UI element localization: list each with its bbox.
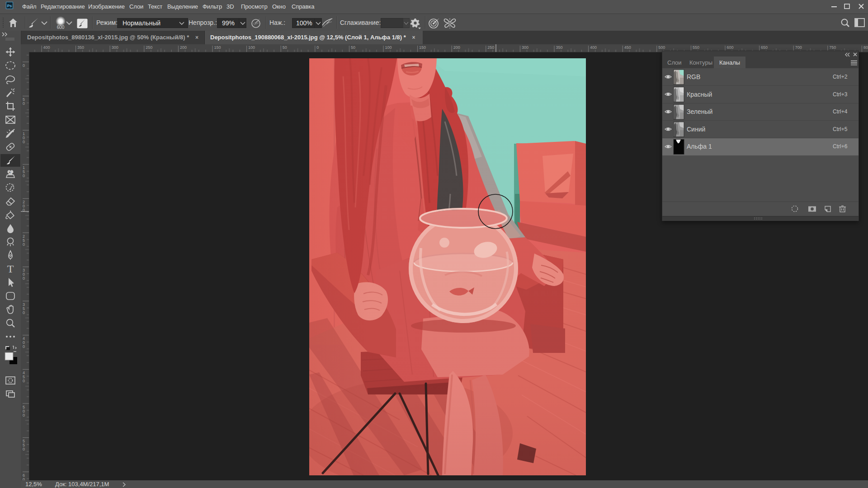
svg-text:Альфа 1: Альфа 1: [687, 143, 712, 150]
svg-text:50: 50: [283, 45, 287, 50]
svg-text:300: 300: [112, 45, 118, 50]
svg-text:0: 0: [23, 344, 25, 349]
svg-text:400: 400: [43, 45, 50, 50]
svg-text:250: 250: [487, 45, 494, 50]
svg-text:600: 600: [727, 45, 734, 50]
svg-text:200: 200: [453, 45, 460, 50]
svg-text:Красный: Красный: [687, 91, 712, 98]
svg-text:Ctrl+6: Ctrl+6: [833, 143, 848, 150]
svg-text:0: 0: [316, 45, 319, 50]
svg-text:0: 0: [23, 413, 25, 418]
svg-text:×: ×: [9, 171, 11, 174]
svg-text:T: T: [7, 263, 14, 275]
svg-text:0: 0: [23, 140, 25, 144]
svg-text:0: 0: [23, 447, 25, 451]
svg-text:200: 200: [180, 45, 187, 50]
svg-text:400: 400: [590, 45, 597, 50]
svg-text:0: 0: [23, 242, 25, 247]
svg-text:150: 150: [214, 45, 221, 50]
svg-text:350: 350: [77, 45, 84, 50]
svg-text:100: 100: [248, 45, 255, 50]
svg-text:750: 750: [829, 45, 836, 50]
svg-text:Ctrl+2: Ctrl+2: [833, 74, 848, 80]
svg-text:Ctrl+4: Ctrl+4: [833, 108, 848, 115]
svg-text:350: 350: [556, 45, 563, 50]
svg-text:0: 0: [23, 276, 25, 281]
svg-text:RGB: RGB: [687, 73, 700, 80]
svg-text:700: 700: [795, 45, 802, 50]
svg-text:650: 650: [761, 45, 768, 50]
svg-text:100: 100: [385, 45, 392, 50]
svg-text:300: 300: [522, 45, 528, 50]
svg-text:Зеленый: Зеленый: [687, 108, 712, 115]
svg-text:550: 550: [693, 45, 699, 50]
svg-text:0: 0: [23, 477, 25, 480]
svg-text:0: 0: [23, 63, 25, 68]
svg-text:800: 800: [863, 45, 868, 50]
svg-text:Ps: Ps: [7, 4, 12, 8]
svg-text:Ctrl+3: Ctrl+3: [833, 91, 848, 98]
svg-text:150: 150: [419, 45, 426, 50]
svg-text:Синий: Синий: [687, 126, 705, 133]
svg-text:50: 50: [351, 45, 355, 50]
svg-text:450: 450: [624, 45, 631, 50]
svg-text:0: 0: [23, 310, 25, 315]
svg-text:0: 0: [23, 379, 25, 383]
svg-text:0: 0: [23, 101, 25, 106]
svg-text:0: 0: [23, 174, 25, 178]
svg-text:250: 250: [146, 45, 152, 50]
svg-text:500: 500: [658, 45, 665, 50]
svg-text:Ctrl+5: Ctrl+5: [833, 126, 848, 132]
